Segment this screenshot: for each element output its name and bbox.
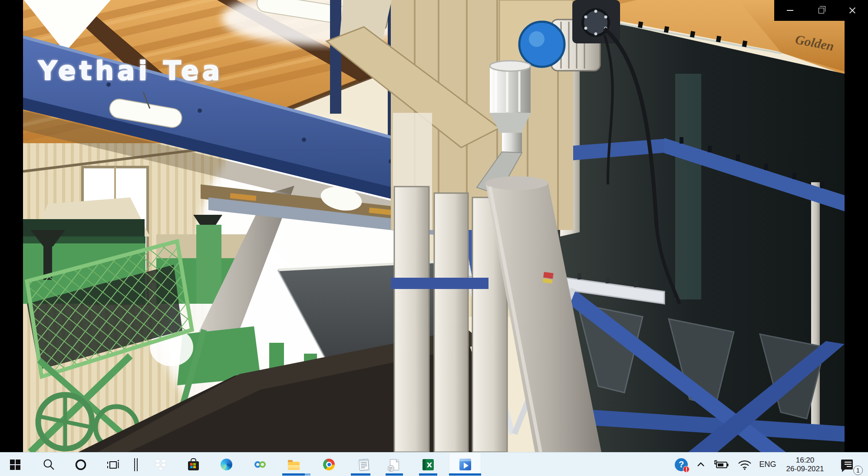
notification-badge: 1 — [853, 466, 863, 475]
microsoft-store-button[interactable] — [183, 453, 204, 476]
microsoft-store-icon — [188, 461, 199, 470]
windows-logo-icon — [10, 460, 20, 470]
start-button[interactable] — [5, 453, 26, 476]
edge-icon — [221, 459, 232, 470]
wifi-tray-button[interactable] — [735, 453, 755, 476]
taskbar: ? ENG — [0, 452, 868, 476]
divider-icon — [133, 457, 139, 472]
window-titlebar-controls — [774, 0, 868, 21]
pillarbox-left — [0, 0, 23, 452]
video-player-surface[interactable]: Golden — [0, 0, 868, 452]
help-tray-button[interactable]: ? — [673, 453, 690, 476]
document-viewer-underline — [386, 473, 403, 476]
restore-button[interactable] — [805, 0, 837, 21]
notification-icon — [841, 460, 853, 469]
edge-button[interactable] — [216, 453, 237, 476]
file-explorer-underline — [282, 473, 310, 476]
close-icon — [849, 7, 856, 14]
taskbar-divider — [129, 453, 143, 476]
search-button[interactable] — [38, 453, 59, 476]
battery-charging-icon — [713, 460, 729, 470]
clock-time: 16:20 — [796, 456, 815, 465]
movies-and-tv-icon — [459, 459, 471, 470]
minimize-icon — [787, 10, 793, 11]
wifi-icon — [737, 459, 752, 470]
close-button[interactable] — [837, 0, 868, 21]
clock-date: 26-09-2021 — [786, 465, 824, 473]
cortana-button[interactable] — [70, 453, 91, 476]
document-viewer-icon — [390, 459, 399, 470]
clock[interactable]: 16:20 26-09-2021 — [781, 453, 829, 476]
dropbox-icon — [153, 458, 168, 471]
chevron-up-icon — [696, 460, 706, 470]
notepad-underline — [351, 473, 370, 476]
language-indicator[interactable]: ENG — [756, 453, 779, 476]
movies-and-tv-underline — [449, 473, 481, 476]
movies-and-tv-button[interactable] — [455, 453, 475, 476]
seal-icon — [388, 465, 394, 472]
document-viewer-button[interactable] — [384, 453, 405, 476]
file-explorer-icon — [288, 462, 300, 470]
file-explorer-button[interactable] — [283, 453, 304, 476]
notepad-icon — [359, 459, 369, 470]
infinity-recorder-button[interactable] — [250, 453, 271, 476]
chrome-button[interactable] — [318, 453, 339, 476]
battery-tray-button[interactable] — [711, 453, 730, 476]
help-icon: ? — [675, 458, 688, 471]
hidden-icons-button[interactable] — [693, 453, 709, 476]
infinity-icon — [254, 461, 266, 468]
excel-button[interactable] — [418, 453, 439, 476]
alert-badge-icon — [683, 466, 690, 473]
restore-icon — [818, 8, 824, 13]
minimize-button[interactable] — [774, 0, 805, 21]
chrome-icon — [321, 457, 337, 473]
search-icon — [42, 458, 55, 471]
desktop-screen: Golden — [0, 0, 868, 476]
pillarbox-right — [845, 0, 868, 452]
excel-underline — [419, 473, 437, 476]
task-view-button[interactable] — [102, 453, 123, 476]
notification-center-button[interactable]: 1 — [835, 453, 859, 476]
notepad-button[interactable] — [353, 453, 374, 476]
task-view-icon — [106, 458, 120, 472]
dropbox-button[interactable] — [150, 453, 171, 476]
cortana-circle-icon — [74, 458, 87, 471]
excel-icon — [422, 459, 434, 470]
video-watermark-text: Yethai Tea — [38, 56, 223, 86]
